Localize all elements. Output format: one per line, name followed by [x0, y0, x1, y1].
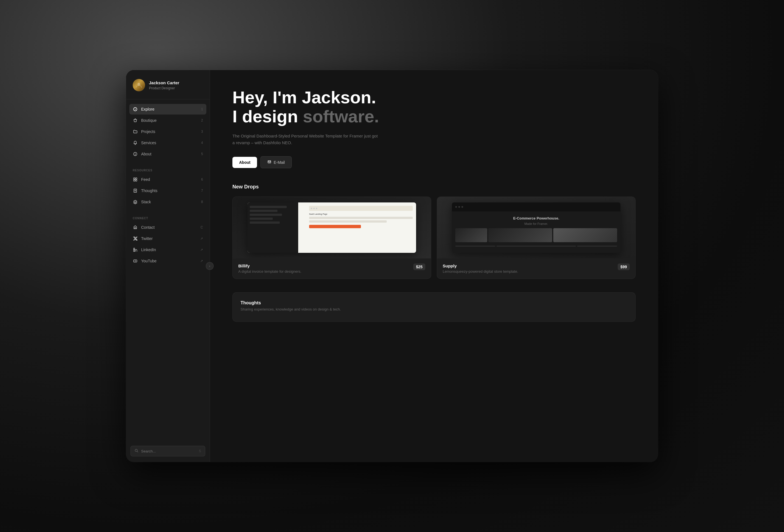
hero-subtitle: The Original Dashboard-Styled Personal W… — [232, 133, 378, 146]
projects-label: Projects — [141, 129, 156, 134]
youtube-label: YouTube — [141, 259, 157, 263]
info-icon — [133, 151, 138, 157]
sidebar-item-thoughts[interactable]: Thoughts 7 — [129, 185, 206, 196]
sidebar: Jackson Carter Product Designer ‹ Explor… — [126, 70, 210, 462]
explore-label: Explore — [141, 107, 154, 111]
sidebar-item-youtube[interactable]: YouTube ↗ — [129, 256, 206, 266]
svg-rect-7 — [136, 178, 137, 179]
connect-nav: CONNECT Contact C Twitter ↗ LinkedI — [126, 210, 210, 269]
profile-title: Product Designer — [149, 86, 179, 90]
grid-icon — [133, 177, 138, 182]
billify-info: Billify A digital invoice template for d… — [233, 258, 431, 279]
linkedin-label: LinkedIn — [141, 248, 156, 252]
sidebar-item-services[interactable]: Services 4 — [129, 138, 206, 148]
thoughts-label: Thoughts — [141, 189, 157, 193]
sidebar-item-stack[interactable]: Stack 8 — [129, 197, 206, 207]
sidebar-item-twitter[interactable]: Twitter ↗ — [129, 233, 206, 244]
contact-badge: C — [200, 225, 203, 229]
connect-label: CONNECT — [129, 215, 206, 221]
stack-badge: 8 — [201, 200, 203, 204]
sidebar-profile: Jackson Carter Product Designer — [126, 70, 210, 100]
svg-rect-14 — [134, 248, 135, 249]
search-icon — [135, 449, 138, 453]
stack-label: Stack — [141, 200, 151, 204]
mock-sidebar — [248, 202, 298, 253]
projects-badge: 3 — [201, 130, 203, 134]
resources-label: RESOURCES — [129, 167, 206, 173]
sidebar-item-boutique[interactable]: Boutique 2 — [129, 115, 206, 126]
youtube-badge: ↗ — [200, 259, 203, 263]
main-content: Hey, I'm Jackson. I design software. The… — [210, 70, 658, 462]
feed-badge: 6 — [201, 177, 203, 181]
book-icon — [133, 188, 138, 193]
thoughts-badge: 7 — [201, 189, 203, 193]
svg-rect-8 — [134, 180, 135, 181]
new-drops-section: New Drops — [232, 184, 636, 279]
thoughts-header: Thoughts Sharing experiences, knowledge … — [241, 301, 627, 311]
supply-name: Supply — [443, 263, 518, 268]
search-input[interactable] — [141, 449, 196, 453]
billify-name: Billify — [238, 263, 301, 268]
collapse-sidebar-button[interactable]: ‹ — [206, 262, 214, 270]
svg-rect-9 — [136, 180, 137, 181]
billify-price: $25 — [413, 263, 425, 270]
supply-preview: E-Commerce Powerhouse. Made for Framer. — [437, 197, 635, 258]
svg-point-5 — [135, 153, 136, 153]
sidebar-item-about[interactable]: About 5 — [129, 149, 206, 159]
boutique-label: Boutique — [141, 118, 157, 123]
hero-line1: Hey, I'm Jackson. — [232, 88, 376, 107]
svg-rect-13 — [135, 228, 136, 229]
bell-icon — [133, 140, 138, 145]
svg-point-18 — [135, 449, 138, 452]
services-badge: 4 — [201, 141, 203, 145]
explore-badge: 1 — [201, 107, 203, 111]
billify-card[interactable]: SaaS Landing Page Billify A digital invo… — [232, 197, 431, 279]
supply-price: $99 — [618, 263, 630, 270]
email-button[interactable]: E-Mail — [260, 156, 292, 168]
feed-label: Feed — [141, 177, 150, 182]
youtube-icon — [133, 258, 138, 263]
about-label: About — [141, 152, 151, 156]
hero-line2-accent: software. — [303, 107, 379, 126]
linkedin-icon — [133, 247, 138, 252]
twitter-label: Twitter — [141, 236, 152, 241]
svg-marker-17 — [135, 260, 136, 261]
contact-label: Contact — [141, 225, 155, 230]
boutique-badge: 2 — [201, 118, 203, 122]
about-badge: 5 — [201, 152, 203, 156]
folder-icon — [133, 129, 138, 134]
twitter-badge: ↗ — [200, 236, 203, 241]
email-label: E-Mail — [274, 160, 285, 165]
resources-nav: RESOURCES Feed 6 Thoughts 7 Stack — [126, 162, 210, 210]
bag-icon — [133, 118, 138, 123]
avatar — [133, 79, 145, 91]
billify-desc: A digital invoice template for designers… — [238, 269, 301, 274]
compass-icon — [133, 107, 138, 112]
profile-name: Jackson Carter — [149, 80, 179, 86]
layers-icon — [133, 199, 138, 204]
supply-desc: Lemonsqueezy-powered digital store templ… — [443, 269, 518, 274]
email-icon — [268, 160, 271, 165]
svg-rect-10 — [134, 189, 137, 192]
svg-line-19 — [137, 451, 138, 452]
linkedin-badge: ↗ — [200, 248, 203, 252]
cards-grid: SaaS Landing Page Billify A digital invo… — [232, 197, 636, 279]
search-bar[interactable]: S — [131, 446, 205, 456]
billify-mock-ui: SaaS Landing Page — [248, 202, 416, 253]
sidebar-item-feed[interactable]: Feed 6 — [129, 174, 206, 185]
about-button[interactable]: About — [232, 157, 257, 168]
supply-images — [452, 226, 620, 245]
svg-rect-15 — [134, 250, 135, 251]
hero-section: Hey, I'm Jackson. I design software. The… — [232, 88, 636, 168]
services-label: Services — [141, 141, 156, 145]
svg-point-2 — [135, 109, 136, 110]
main-nav: Explore 1 Boutique 2 Projects 3 — [126, 100, 210, 162]
supply-card[interactable]: E-Commerce Powerhouse. Made for Framer. — [437, 197, 636, 279]
profile-info: Jackson Carter Product Designer — [149, 80, 179, 90]
sidebar-item-explore[interactable]: Explore 1 — [129, 104, 206, 114]
twitter-icon — [133, 236, 138, 241]
sidebar-item-linkedin[interactable]: LinkedIn ↗ — [129, 245, 206, 255]
sidebar-item-projects[interactable]: Projects 3 — [129, 126, 206, 137]
sidebar-item-contact[interactable]: Contact C — [129, 222, 206, 233]
hero-line2-plain: I design — [232, 107, 298, 126]
